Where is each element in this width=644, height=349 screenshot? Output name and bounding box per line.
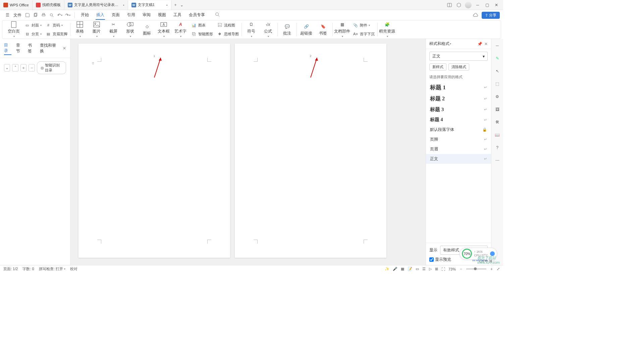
style-item[interactable]: 正文↵: [426, 154, 491, 164]
panel-close-icon[interactable]: ✕: [484, 42, 488, 46]
cube-icon[interactable]: [455, 1, 463, 9]
book-icon[interactable]: 📖: [493, 131, 501, 139]
nav-up-button[interactable]: ˄: [12, 64, 18, 71]
docer-button[interactable]: 🧩稻壳资源▾: [379, 20, 395, 39]
pagenum-button[interactable]: #页码▾: [44, 21, 69, 29]
smartart-button[interactable]: ⿻智能图形: [189, 30, 214, 38]
perf-orb-icon[interactable]: [490, 251, 495, 256]
user-avatar[interactable]: [464, 1, 472, 9]
hyperlink-button[interactable]: 🔗超链接: [298, 20, 314, 39]
menu-view[interactable]: 视图: [157, 11, 167, 20]
menu-vip[interactable]: 会员专享: [188, 11, 206, 20]
note-icon[interactable]: 📝: [408, 267, 412, 271]
status-proof[interactable]: 校对: [70, 266, 77, 271]
grid-icon[interactable]: ▦: [401, 267, 404, 271]
style-item[interactable]: 标题 4↵: [426, 115, 491, 125]
comment-button[interactable]: 💬批注: [279, 20, 295, 39]
reader-icon[interactable]: [445, 1, 453, 9]
menu-review[interactable]: 审阅: [142, 11, 151, 20]
perf-widget[interactable]: 70% ↑ 1K/s CPU 27°C: [460, 248, 497, 260]
current-style-select[interactable]: 正文 ▾: [429, 52, 488, 61]
status-spell[interactable]: 拼写检查: 打开 ▾: [39, 266, 65, 271]
table-button[interactable]: 表格▾: [72, 20, 88, 39]
preview-icon[interactable]: [48, 11, 55, 19]
help-icon[interactable]: ?: [493, 144, 501, 152]
nav-close-icon[interactable]: ✕: [63, 46, 66, 51]
bookmark-button[interactable]: 🔖书签: [315, 20, 331, 39]
cursor-icon[interactable]: ↖: [493, 67, 501, 75]
menu-icon[interactable]: ☰: [4, 11, 11, 19]
fit-icon[interactable]: ⛶: [441, 267, 445, 271]
parts-button[interactable]: ▦文档部件▾: [334, 20, 350, 39]
ai-icon[interactable]: ✨: [385, 267, 389, 271]
menu-start[interactable]: 开始: [80, 11, 90, 20]
tab-dropdown[interactable]: ⌄: [179, 1, 184, 9]
image-icon[interactable]: 🖼: [493, 105, 501, 113]
icon-button[interactable]: ◇图标: [139, 20, 155, 39]
doc-tab-1[interactable]: W 文字是人类用符号记录表达信息以 •: [64, 0, 128, 10]
zoom-in-button[interactable]: ＋: [490, 266, 493, 271]
zoom-out-button[interactable]: －: [459, 266, 463, 271]
screenshot-button[interactable]: ✂截屏▾: [105, 20, 121, 39]
collapse-rail-icon[interactable]: ─: [493, 42, 501, 50]
more-icon[interactable]: ⋯: [493, 156, 501, 164]
mindmap-button[interactable]: ❖思维导图: [215, 30, 240, 38]
flowchart-button[interactable]: ⿳流程图: [215, 21, 240, 29]
style-item[interactable]: 页脚↵: [426, 135, 491, 144]
style-item[interactable]: 标题 3↵: [426, 104, 491, 115]
voice-icon[interactable]: 🎤: [393, 267, 397, 271]
section-button[interactable]: ⊟分页▾: [22, 30, 43, 38]
view-read-icon[interactable]: ▷: [429, 267, 432, 271]
new-style-button[interactable]: 新样式: [429, 63, 446, 70]
close-button[interactable]: ✕: [492, 1, 500, 9]
page-1[interactable]: 1 ⠿: [78, 44, 230, 258]
status-page[interactable]: 页面: 1/2: [3, 266, 18, 271]
pen-icon[interactable]: ✎: [493, 54, 501, 62]
wrench-icon[interactable]: 🛠: [493, 118, 501, 126]
nav-remove-button[interactable]: －: [29, 64, 35, 71]
cloud-icon[interactable]: [472, 11, 479, 19]
equation-button[interactable]: √x公式▾: [260, 20, 276, 39]
status-words[interactable]: 字数: 0: [22, 266, 34, 271]
share-button[interactable]: ⇪分享: [482, 12, 500, 19]
clear-format-button[interactable]: 清除格式: [448, 63, 469, 70]
fullscreen-icon[interactable]: ⤢: [497, 267, 500, 271]
menu-insert[interactable]: 插入: [96, 11, 105, 20]
picture-button[interactable]: 图片▾: [89, 20, 105, 39]
menu-ref[interactable]: 引用: [126, 11, 136, 20]
redo-button[interactable]: ↷▾: [64, 11, 71, 19]
shape-button[interactable]: 形状▾: [122, 20, 138, 39]
nav-tab-chapter[interactable]: 章节: [16, 42, 23, 55]
headerfooter-button[interactable]: ▤页眉页脚: [44, 30, 69, 38]
maximize-button[interactable]: ▢: [483, 1, 491, 9]
print-icon[interactable]: [40, 11, 47, 19]
smart-toc-button[interactable]: ◎智能识别目录: [37, 61, 66, 74]
minimize-button[interactable]: ─: [474, 1, 482, 9]
style-item[interactable]: 页眉↵: [426, 144, 491, 154]
style-item[interactable]: 标题 1↵: [426, 82, 491, 93]
copy-icon[interactable]: [32, 11, 39, 19]
blank-page-button[interactable]: 空白页▾: [6, 20, 22, 39]
chart-button[interactable]: 📊图表: [189, 21, 214, 29]
doc-tab-2[interactable]: W 文字文稿1 •: [128, 0, 171, 10]
view-print-icon[interactable]: ▭: [416, 267, 419, 271]
docer-tab[interactable]: 找稻壳模板: [33, 0, 64, 10]
cover-button[interactable]: ▭封面▾: [22, 21, 43, 29]
save-icon[interactable]: [24, 11, 31, 19]
style-item[interactable]: 标题 2↵: [426, 93, 491, 104]
undo-button[interactable]: ↶▾: [56, 11, 63, 19]
wordart-button[interactable]: A艺术字▾: [172, 20, 189, 39]
tune-icon[interactable]: ⚙: [493, 93, 501, 101]
app-tab[interactable]: WPS Office: [0, 0, 33, 10]
symbol-button[interactable]: Ω符号▾: [243, 20, 259, 39]
nav-tab-bookmark[interactable]: 书签: [28, 42, 35, 55]
dropcap-button[interactable]: A≡首字下沉: [351, 30, 376, 38]
textbox-button[interactable]: A文本框▾: [156, 20, 172, 39]
select-icon[interactable]: ⬚: [493, 80, 501, 88]
style-item[interactable]: 默认段落字体🔒: [426, 125, 491, 135]
attachment-button[interactable]: 📎附件▾: [351, 21, 376, 29]
new-tab-button[interactable]: ＋: [171, 1, 179, 9]
pin-icon[interactable]: 📌: [477, 42, 482, 46]
menu-page[interactable]: 页面: [111, 11, 120, 20]
menu-tools[interactable]: 工具: [173, 11, 182, 20]
